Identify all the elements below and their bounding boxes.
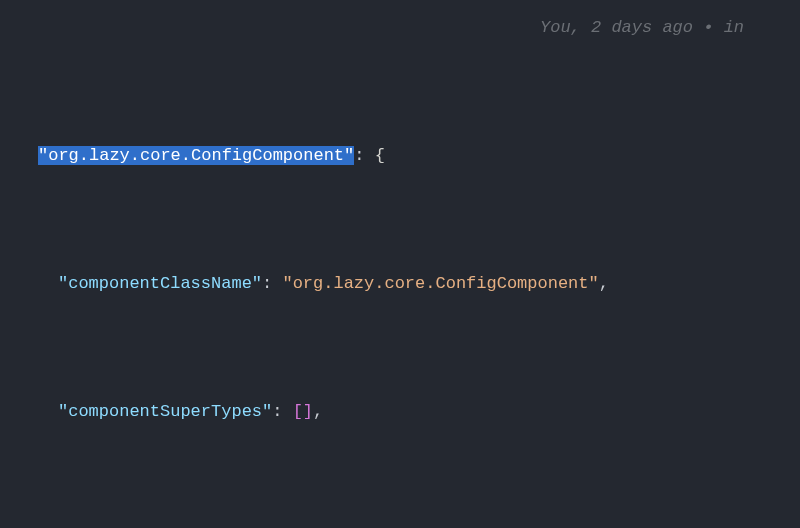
code-line: "org.lazy.core.ConfigComponent": { xyxy=(0,140,800,172)
code-line: "componentType": "CONFIGURATION", xyxy=(0,524,800,528)
code-editor[interactable]: You, 2 days ago • in "org.lazy.core.Conf… xyxy=(0,0,800,528)
code-line: "componentClassName": "org.lazy.core.Con… xyxy=(0,268,800,300)
git-blame-annotation: You, 2 days ago • in xyxy=(540,12,744,44)
code-line: "componentSuperTypes": [], xyxy=(0,396,800,428)
selected-text: "org.lazy.core.ConfigComponent" xyxy=(38,146,354,165)
